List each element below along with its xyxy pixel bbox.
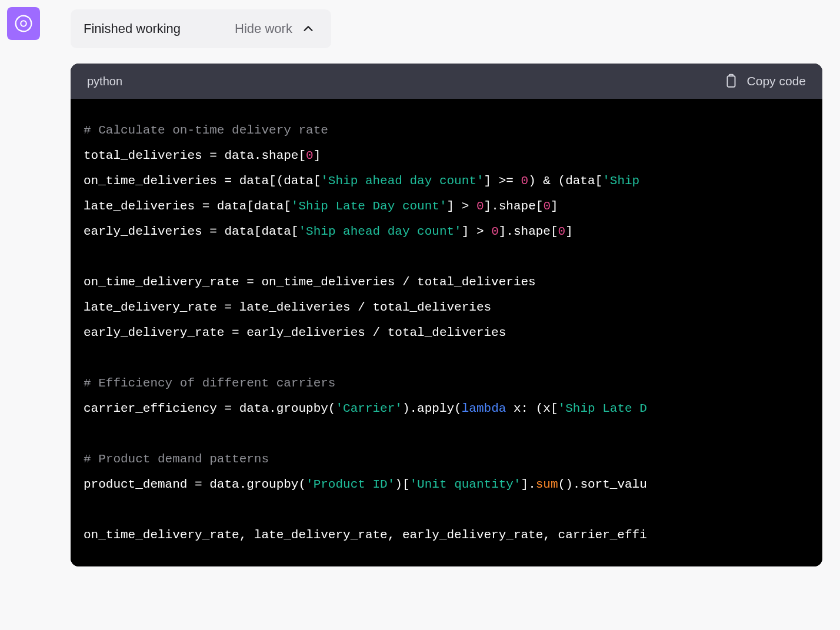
copy-code-button[interactable]: Copy code (724, 74, 806, 89)
code-block: python Copy code # Calculate on-time del… (71, 64, 822, 566)
work-status-toggle[interactable]: Finished working Hide work (71, 9, 331, 48)
chevron-up-icon (301, 21, 316, 36)
code-line: late_delivery_rate = late_deliveries / t… (84, 301, 491, 314)
copy-code-label: Copy code (747, 74, 806, 88)
assistant-avatar (7, 7, 40, 40)
code-line: # Calculate on-time delivery rate (84, 124, 328, 137)
code-line: late_deliveries = data[data[ (84, 199, 291, 213)
openai-logo-icon (12, 12, 35, 35)
code-line: on_time_deliveries = data[(data[ (84, 174, 321, 188)
code-block-header: python Copy code (71, 64, 822, 99)
code-line: product_demand = data.groupby( (84, 478, 306, 491)
hide-work-label: Hide work (235, 21, 292, 36)
svg-point-0 (21, 21, 26, 26)
svg-rect-1 (727, 76, 735, 86)
code-language-label: python (87, 75, 122, 88)
code-line: carrier_efficiency = data.groupby( (84, 402, 335, 415)
clipboard-icon (724, 74, 739, 89)
code-line: # Product demand patterns (84, 452, 269, 466)
code-line: early_deliveries = data[data[ (84, 225, 298, 238)
code-line: total_deliveries = data.shape[ (84, 149, 306, 162)
code-line: # Efficiency of different carriers (84, 376, 335, 390)
code-line: early_delivery_rate = early_deliveries /… (84, 326, 506, 339)
work-status-label: Finished working (84, 21, 181, 36)
hide-work-button[interactable]: Hide work (235, 21, 316, 36)
code-line: on_time_delivery_rate, late_delivery_rat… (84, 528, 647, 542)
code-line: on_time_delivery_rate = on_time_deliveri… (84, 275, 536, 289)
code-body[interactable]: # Calculate on-time delivery rate total_… (71, 99, 822, 566)
